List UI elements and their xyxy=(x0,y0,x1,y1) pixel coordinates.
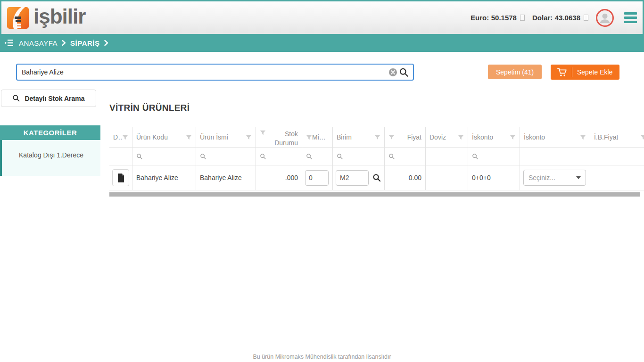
chevron-right-icon xyxy=(104,40,108,46)
search-icon[interactable] xyxy=(399,67,409,78)
my-cart-button[interactable]: Sepetim (41) xyxy=(488,65,542,79)
cell-stok-durumu: .000 xyxy=(256,165,302,190)
column-search-icon[interactable] xyxy=(306,153,313,160)
button-divider xyxy=(572,67,572,77)
cell-urun-kodu: Bahariye Alize xyxy=(132,165,196,190)
chevron-right-icon xyxy=(62,40,66,46)
cart-icon xyxy=(557,68,567,77)
add-to-cart-button[interactable]: Sepete Ekle xyxy=(551,65,619,80)
filter-funnel-icon[interactable] xyxy=(388,134,395,140)
filter-funnel-icon[interactable] xyxy=(306,134,312,140)
breadcrumb-item-siparis[interactable]: SİPARİŞ xyxy=(70,39,99,47)
search-icon xyxy=(12,94,20,102)
app-screen: işbilir Euro: 50.1578 Dolar: 43.0638 xyxy=(0,0,644,362)
product-search-box xyxy=(16,64,414,81)
table-row: Bahariye Alize Bahariye Alize .000 0.00 … xyxy=(109,165,644,190)
select-placeholder: Seçiniz... xyxy=(528,174,555,181)
top-frame: işbilir Euro: 50.1578 Dolar: 43.0638 xyxy=(0,0,644,52)
dolar-rate-value: 43.0638 xyxy=(555,14,580,22)
header-right-cluster: Euro: 50.1578 Dolar: 43.0638 xyxy=(471,9,637,27)
user-avatar[interactable] xyxy=(596,9,614,27)
app-header: işbilir Euro: 50.1578 Dolar: 43.0638 xyxy=(1,1,643,34)
detailed-stock-search-button[interactable]: Detaylı Stok Arama xyxy=(1,90,96,107)
column-header-iskonto-2[interactable]: İskonto xyxy=(520,127,590,147)
document-icon xyxy=(117,173,124,182)
column-search-icon[interactable] xyxy=(136,153,143,160)
dolar-flag-placeholder-icon xyxy=(584,15,588,21)
column-header-urun-kodu[interactable]: Ürün Kodu xyxy=(132,127,196,147)
logo-text: işbilir xyxy=(33,6,85,30)
categories-header: KATEGORİLER xyxy=(0,125,100,140)
filter-funnel-icon[interactable] xyxy=(580,134,586,140)
filter-funnel-icon[interactable] xyxy=(458,134,464,140)
license-footer: Bu ürün Mikromaks Mühendislik tarafından… xyxy=(0,354,644,360)
cell-ib-fiyat xyxy=(590,165,644,190)
column-header-birim[interactable]: Birim xyxy=(333,127,385,147)
list-icon xyxy=(5,39,13,47)
clear-search-icon[interactable] xyxy=(389,68,397,76)
horizontal-scrollbar[interactable] xyxy=(109,192,644,197)
iskonto-select[interactable]: Seçiniz... xyxy=(523,170,586,186)
breadcrumb: ANASAYFA SİPARİŞ xyxy=(0,34,644,52)
euro-rate-label: Euro: xyxy=(471,14,489,22)
column-header-doviz[interactable]: Doviz xyxy=(426,127,468,147)
breadcrumb-item-anasayfa[interactable]: ANASAYFA xyxy=(19,39,58,47)
filter-funnel-icon[interactable] xyxy=(510,134,516,140)
column-search-icon[interactable] xyxy=(200,153,206,160)
person-icon xyxy=(598,11,612,25)
cell-doviz xyxy=(426,165,468,190)
column-header-ib-fiyat[interactable]: İ.B.Fiyat xyxy=(590,127,644,147)
filter-funnel-icon[interactable] xyxy=(186,134,192,140)
cell-urun-ismi: Bahariye Alize xyxy=(196,165,256,190)
category-item[interactable]: Katalog Dışı 1.Derece xyxy=(2,151,100,159)
chevron-down-icon xyxy=(576,176,581,179)
detailed-stock-search-label: Detaylı Stok Arama xyxy=(25,95,84,102)
column-header-stok-durumu[interactable]: Stok Durumu xyxy=(256,127,302,147)
page-title: VİTRİN ÜRÜNLERİ xyxy=(109,103,190,113)
column-search-icon[interactable] xyxy=(472,153,479,160)
column-header-miktar[interactable]: Miktar xyxy=(302,127,333,147)
cell-iskonto: 0+0+0 xyxy=(468,165,520,190)
column-search-icon[interactable] xyxy=(260,153,266,160)
column-header-iskonto-1[interactable]: İskonto xyxy=(468,127,520,147)
filter-funnel-icon[interactable] xyxy=(374,134,380,140)
table-header-row: D… Ürün Kodu Ürün İsmi Stok xyxy=(109,127,644,148)
add-to-cart-label: Sepete Ekle xyxy=(577,68,613,76)
filter-funnel-icon[interactable] xyxy=(260,130,266,136)
filter-funnel-icon[interactable] xyxy=(640,134,644,140)
filter-funnel-icon[interactable] xyxy=(122,134,128,140)
column-header-urun-ismi[interactable]: Ürün İsmi xyxy=(196,127,256,147)
filter-funnel-icon[interactable] xyxy=(246,134,252,140)
unit-input[interactable] xyxy=(336,170,369,186)
euro-flag-placeholder-icon xyxy=(520,15,525,21)
cell-fiyat: 0.00 xyxy=(385,165,426,190)
logo-icon xyxy=(7,7,29,29)
scrollbar-thumb[interactable] xyxy=(109,192,640,197)
column-header-d[interactable]: D… xyxy=(109,127,132,147)
euro-rate-value: 50.1578 xyxy=(491,14,517,22)
products-table: D… Ürün Kodu Ürün İsmi Stok xyxy=(109,127,644,190)
app-logo[interactable]: işbilir xyxy=(7,6,85,30)
table-filter-row xyxy=(109,148,644,165)
categories-panel: Katalog Dışı 1.Derece xyxy=(0,140,100,176)
product-detail-button[interactable] xyxy=(112,169,129,186)
quantity-input[interactable] xyxy=(305,170,329,186)
unit-search-icon[interactable] xyxy=(372,173,381,182)
column-search-icon[interactable] xyxy=(388,153,395,160)
menu-hamburger-icon[interactable] xyxy=(624,12,637,23)
dolar-rate-label: Dolar: xyxy=(532,14,553,22)
column-header-fiyat[interactable]: Fiyat xyxy=(385,127,426,147)
column-search-icon[interactable] xyxy=(337,153,343,160)
product-search-input[interactable] xyxy=(17,65,413,80)
